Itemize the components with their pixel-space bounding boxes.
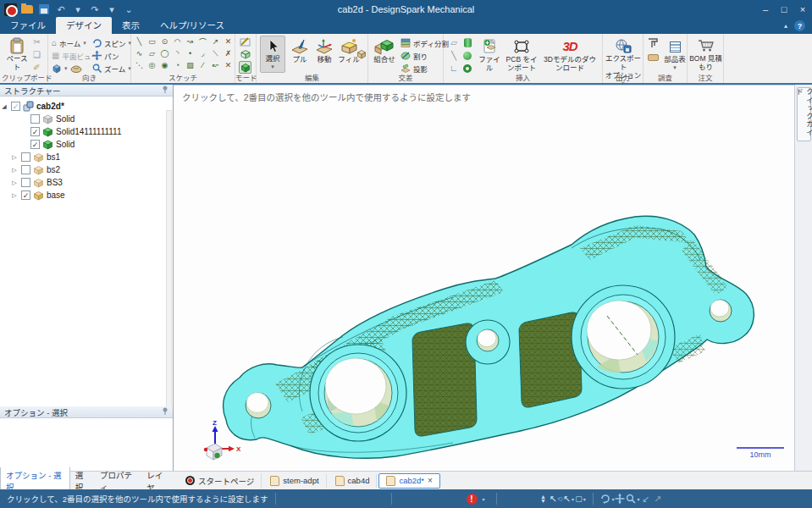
next-view-icon[interactable]: ↗ bbox=[651, 492, 663, 505]
doc-tab-cab2d[interactable]: cab2d* × bbox=[378, 473, 439, 489]
checkbox[interactable] bbox=[21, 152, 30, 162]
insert-sphere-icon[interactable] bbox=[463, 52, 472, 60]
open-button[interactable] bbox=[20, 3, 34, 16]
pin-icon[interactable] bbox=[162, 86, 168, 95]
sketch-tool-icon[interactable]: ◠ bbox=[171, 36, 184, 47]
tree-scrollbar[interactable] bbox=[166, 110, 172, 413]
pan-tool-icon[interactable] bbox=[614, 492, 626, 505]
3d-model-view[interactable] bbox=[174, 86, 794, 472]
tree-item[interactable]: ▷ ✓ base bbox=[0, 189, 173, 202]
spinner-updown-icon[interactable]: ▲▼ bbox=[538, 492, 550, 505]
close-tab-icon[interactable]: × bbox=[428, 476, 433, 485]
tab-design[interactable]: デザイン bbox=[56, 17, 112, 34]
tab-file[interactable]: ファイル bbox=[0, 17, 56, 34]
sketch-tool-icon[interactable]: ↗ bbox=[209, 36, 222, 47]
redo-dropdown[interactable]: ▾ bbox=[105, 3, 119, 16]
quick-guide-tab[interactable]: クイックガイド bbox=[797, 87, 811, 141]
tree-item[interactable]: ▷ BS3 bbox=[0, 176, 173, 189]
sketch-tool-icon[interactable]: ∿ bbox=[133, 47, 146, 59]
sketch-tool-icon[interactable]: ∕ bbox=[196, 59, 209, 71]
pin-icon[interactable] bbox=[162, 407, 168, 417]
sketch-tool-icon[interactable]: ↝ bbox=[184, 36, 196, 47]
tree-item[interactable]: ▷ bs2 bbox=[0, 163, 173, 176]
sketch-tool-icon[interactable]: ⊙ bbox=[158, 36, 171, 47]
app-menu-button[interactable] bbox=[3, 3, 17, 16]
insert-shell-icon[interactable] bbox=[463, 64, 472, 73]
spin-select-cursor-icon[interactable]: ↖⟲ bbox=[550, 492, 563, 505]
doc-tab-cab4d[interactable]: cab4d bbox=[329, 474, 378, 488]
warning-icon[interactable]: ! bbox=[467, 494, 478, 505]
pan-button[interactable]: パン bbox=[92, 49, 131, 62]
sketch-tool-icon[interactable]: • bbox=[184, 47, 196, 59]
select-cursor-icon[interactable]: ↖▾ bbox=[562, 492, 574, 505]
sketch-tool-icon[interactable]: ▨ bbox=[184, 59, 196, 71]
tree-item[interactable]: Solid bbox=[0, 113, 173, 125]
insert-plane-icon[interactable]: ▱ bbox=[450, 38, 457, 47]
cut-icon[interactable]: ✂ bbox=[33, 36, 41, 48]
sketch-tool-icon[interactable]: ▭ bbox=[146, 36, 158, 47]
checkbox[interactable]: ✓ bbox=[11, 102, 20, 111]
checkbox[interactable]: ✓ bbox=[30, 127, 40, 136]
checkbox[interactable]: ✓ bbox=[21, 190, 30, 200]
sketch-tool-icon[interactable]: ⟍ bbox=[209, 47, 222, 59]
checkbox[interactable] bbox=[21, 165, 30, 174]
expander-icon[interactable]: ◢ bbox=[0, 103, 8, 110]
previous-view-icon[interactable]: ↙ bbox=[639, 492, 651, 505]
selection-box-icon[interactable]: ▢▾ bbox=[574, 492, 586, 505]
move-tool-button[interactable]: 移動 bbox=[312, 37, 336, 64]
sketch-tool-icon[interactable]: ⋱ bbox=[133, 59, 146, 71]
expander-icon[interactable]: ▷ bbox=[10, 179, 19, 186]
tree-item[interactable]: ✓ Solid14111111111 bbox=[0, 125, 173, 138]
download-3d-button[interactable]: 3D 3Dモデルのダウンロード bbox=[540, 37, 599, 73]
small-solid-icon[interactable] bbox=[356, 49, 367, 59]
caliper-icon[interactable] bbox=[647, 37, 660, 49]
select-tool-button[interactable]: 選択 ▾ bbox=[260, 36, 285, 73]
combine-button[interactable]: 組合せ bbox=[371, 37, 398, 64]
sketch-tool-icon[interactable]: ◞ bbox=[196, 47, 209, 59]
collapse-ribbon-button[interactable]: ▴ bbox=[784, 22, 787, 30]
help-icon[interactable]: ? bbox=[794, 20, 805, 31]
pcb-import-button[interactable]: PCB をインポート bbox=[505, 37, 539, 73]
tree-item[interactable]: ✓ Solid bbox=[0, 138, 173, 151]
sketch-tool-icon[interactable]: ▱ bbox=[146, 47, 158, 59]
expander-icon[interactable]: ▷ bbox=[10, 154, 19, 161]
sketch-tool-icon[interactable]: ◝ bbox=[171, 47, 184, 59]
save-button[interactable] bbox=[37, 3, 51, 16]
tab-display[interactable]: 表示 bbox=[112, 17, 150, 34]
copy-icon[interactable]: ❏ bbox=[33, 48, 41, 61]
sketch-tool-icon[interactable]: ╲ bbox=[133, 36, 146, 47]
sketch-tool-icon[interactable]: ✕ bbox=[222, 36, 235, 47]
split-button[interactable]: 割り bbox=[400, 49, 449, 62]
design-canvas[interactable]: クリックして、2番目の選択を他のツール内で使用するように設定します bbox=[174, 85, 794, 471]
sketch-tool-icon[interactable]: ◯ bbox=[158, 47, 171, 59]
sketch-tool-icon[interactable]: ◔ bbox=[171, 59, 184, 71]
insert-line-icon[interactable]: ╲ bbox=[451, 51, 456, 60]
sketch-tool-icon[interactable]: ◎ bbox=[146, 59, 158, 71]
checkbox[interactable]: ✓ bbox=[30, 140, 40, 149]
sketch-tool-icon[interactable]: ◉ bbox=[158, 59, 171, 71]
insert-file-button[interactable]: ファイル bbox=[478, 37, 501, 73]
insert-cylinder-icon[interactable] bbox=[464, 38, 472, 47]
section-mode-icon[interactable] bbox=[240, 48, 251, 59]
sketch-tool-icon[interactable]: ✗ bbox=[222, 47, 235, 59]
doc-tab-start-page[interactable]: スタートページ bbox=[179, 473, 262, 489]
undo-dropdown[interactable]: ▾ bbox=[71, 3, 85, 16]
split-body-button[interactable]: ボディ分割 bbox=[400, 36, 449, 49]
redo-button[interactable]: ↷ bbox=[88, 3, 102, 16]
tab-help-resources[interactable]: ヘルプ/リソース bbox=[150, 17, 235, 34]
expander-icon[interactable]: ▷ bbox=[10, 167, 19, 174]
bom-table-button[interactable]: 部品表 ▾ bbox=[664, 37, 686, 71]
bom-quote-button[interactable]: BOM 見積もり bbox=[689, 36, 722, 72]
measure-icon[interactable] bbox=[648, 54, 659, 61]
close-button[interactable]: × bbox=[793, 2, 812, 17]
sketch-tool-icon[interactable]: ↜ bbox=[209, 59, 222, 71]
checkbox[interactable] bbox=[21, 178, 30, 187]
tree-item[interactable]: ▷ bs1 bbox=[0, 151, 173, 163]
maximize-button[interactable]: □ bbox=[775, 2, 793, 17]
sketch-tool-icon[interactable]: ✕ bbox=[222, 59, 235, 71]
pull-tool-button[interactable]: プル bbox=[289, 37, 311, 64]
home-view-button[interactable]: ⌂ホーム▾ bbox=[52, 36, 98, 49]
zoom-tool-icon[interactable]: ▾ bbox=[626, 492, 639, 505]
doc-tab-stem-adpt[interactable]: stem-adpt bbox=[263, 474, 326, 488]
sketch-mode-icon[interactable] bbox=[240, 36, 251, 47]
